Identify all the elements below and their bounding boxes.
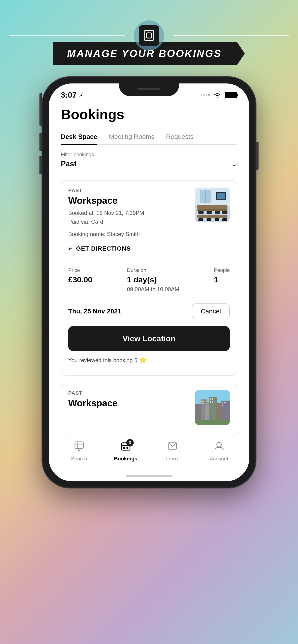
workspace-photo-svg-2 [195,390,230,425]
svg-rect-13 [207,218,211,221]
inbox-nav-label: Inbox [166,456,179,462]
chevron-down-icon: ⌄ [231,160,237,168]
tabs-container: Desk Space Meeting Rooms Requests [61,129,237,145]
app-logo-icon [143,30,155,41]
booking-card-2-info: PAST Workspace [68,390,195,411]
booking-date-1: Thu, 25 Nov 2021 [68,308,121,315]
nav-item-bookings[interactable]: 3 Bookings [112,441,140,462]
tab-desk-space[interactable]: Desk Space [61,129,97,144]
duration-time: 09:00AM to 10:00AM [127,286,179,292]
booking-details-row-1: Price £30.00 Duration 1 day(s) 09:00AM t… [68,264,230,296]
duration-label: Duration [127,267,179,273]
booking-workspace-name-1: Workspace [68,196,195,206]
status-time: 3:07 [61,90,83,100]
nav-item-search[interactable]: Search [65,441,93,462]
svg-rect-9 [215,211,220,214]
workspace-photo-svg-1 [195,188,230,222]
booking-footer-1: Thu, 25 Nov 2021 Cancel [68,298,230,322]
app-content: Bookings Desk Space Meeting Rooms Reques… [49,102,249,436]
directions-label-1: GET DIRECTIONS [76,245,131,252]
svg-rect-11 [197,215,227,218]
svg-rect-6 [197,209,227,211]
booking-card-1-header: PAST Workspace Booked at: 18 Nov 21, 7:3… [68,188,230,238]
svg-rect-35 [212,401,213,403]
bottom-nav: Search 3 Bookings [49,436,249,471]
tab-meeting-rooms[interactable]: Meeting Rooms [109,129,154,144]
booking-name-label-1: Booking name: Stacey Smith [68,230,195,238]
divider-1 [68,259,230,259]
directions-button-1[interactable]: ↵ GET DIRECTIONS [68,243,230,254]
svg-rect-7 [198,211,203,214]
booking-workspace-name-2: Workspace [68,398,195,408]
svg-rect-39 [195,420,230,425]
duration-item: Duration 1 day(s) 09:00AM to 10:00AM [127,267,179,292]
svg-rect-49 [123,447,125,449]
past-badge-1: PAST [68,188,195,194]
filter-select[interactable]: Past ⌄ [61,160,237,168]
svg-rect-5 [197,205,227,209]
svg-rect-1 [146,33,152,38]
svg-rect-12 [198,218,203,221]
people-label: People [214,267,230,273]
booking-card-1: PAST Workspace Booked at: 18 Nov 21, 7:3… [61,180,237,376]
svg-rect-31 [203,403,204,404]
location-arrow-icon [79,93,83,97]
bookings-nav-label: Bookings [114,456,137,462]
filter-section: Filter bookings Past ⌄ [61,145,237,173]
status-icons [200,92,237,98]
svg-marker-2 [79,93,83,96]
banner-text: MANAGE YOUR BOOKINGS [67,48,222,59]
booking-meta-1: Booked at: 18 Nov 21, 7:39PM Paid via: C… [68,209,195,226]
booking-card-1-info: PAST Workspace Booked at: 18 Nov 21, 7:3… [68,188,195,238]
page-title: Bookings [61,106,237,122]
svg-rect-20 [217,193,225,199]
svg-rect-37 [224,402,226,403]
svg-point-52 [217,442,221,447]
inbox-nav-icon [167,441,178,454]
star-icon: ⭐ [139,356,146,364]
signal-icon [200,94,210,96]
directions-icon: ↵ [68,245,73,252]
svg-rect-32 [210,398,211,400]
review-text-1: You reviewed this booking 5 ⭐ [68,355,230,368]
price-label: Price [68,267,92,273]
svg-rect-29 [203,400,204,402]
account-nav-label: Account [210,456,228,462]
duration-value: 1 day(s) [127,275,179,284]
notch-speaker [137,88,161,90]
banner: MANAGE YOUR BOOKINGS [0,42,298,65]
svg-rect-34 [210,401,211,403]
filter-value: Past [61,160,77,168]
svg-point-43 [78,449,80,451]
workspace-image-2 [195,390,230,425]
svg-rect-28 [201,400,203,402]
tab-requests[interactable]: Requests [166,129,193,144]
price-item: Price £30.00 [68,267,92,284]
svg-rect-36 [222,402,223,403]
svg-rect-15 [222,218,227,221]
battery-icon [225,92,237,98]
search-nav-icon [74,441,84,454]
svg-rect-8 [207,211,212,214]
phone-frame: 3:07 [42,77,256,488]
price-value: £30.00 [68,275,92,284]
svg-rect-33 [212,398,213,400]
bookings-nav-icon: 3 [121,441,131,454]
view-location-button-1[interactable]: View Location [68,326,230,351]
account-nav-icon [214,441,224,454]
past-badge-2: PAST [68,390,195,396]
svg-rect-38 [222,404,223,406]
home-indicator [126,475,172,476]
workspace-image-1 [195,188,230,222]
svg-rect-30 [201,403,203,404]
cancel-button-1[interactable]: Cancel [192,304,230,319]
nav-item-inbox[interactable]: Inbox [159,441,186,462]
svg-rect-40 [75,442,83,448]
filter-label: Filter bookings [61,152,237,158]
wifi-icon [213,92,221,98]
people-item: People 1 [214,267,230,284]
nav-item-account[interactable]: Account [205,441,233,462]
people-value: 1 [214,275,230,284]
notification-badge: 3 [126,439,134,446]
phone-notch [119,84,179,96]
